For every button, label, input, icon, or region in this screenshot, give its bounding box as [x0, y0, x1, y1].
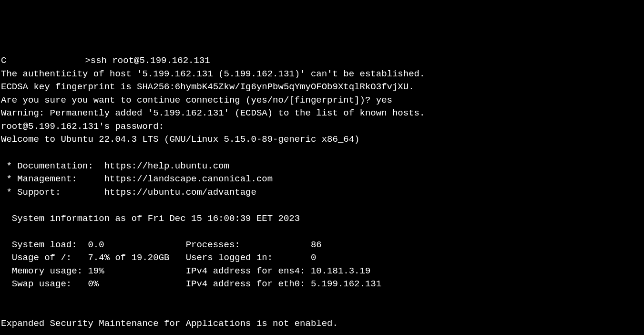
continue-prompt: Are you sure you want to continue connec…: [1, 95, 376, 105]
support-link: * Support: https://ubuntu.com/advantage: [1, 187, 256, 198]
sysinfo-line1: System load: 0.0 Processes: 86: [1, 240, 322, 250]
password-prompt: root@5.199.162.131's password:: [1, 121, 164, 132]
esm-line: Expanded Security Maintenance for Applic…: [1, 318, 338, 329]
fingerprint-line: ECDSA key fingerprint is SHA256:6hymbK45…: [1, 82, 414, 92]
welcome-line: Welcome to Ubuntu 22.04.3 LTS (GNU/Linux…: [1, 134, 360, 145]
sysinfo-line4: Swap usage: 0% IPv4 address for eth0: 5.…: [1, 279, 381, 289]
prompt-prefix: C: [1, 55, 6, 66]
ssh-command: ssh root@5.199.162.131: [91, 55, 210, 66]
warning-line: Warning: Permanently added '5.199.162.13…: [1, 108, 425, 118]
redacted-path: [6, 55, 85, 66]
authenticity-line: The authenticity of host '5.199.162.131 …: [1, 69, 425, 79]
sysinfo-line2: Usage of /: 7.4% of 19.20GB Users logged…: [1, 252, 316, 263]
management-link: * Management: https://landscape.canonica…: [1, 174, 273, 184]
terminal-output[interactable]: C>ssh root@5.199.162.131 The authenticit…: [1, 54, 643, 335]
sysinfo-header: System information as of Fri Dec 15 16:0…: [1, 213, 300, 224]
sysinfo-line3: Memory usage: 19% IPv4 address for ens4:…: [1, 266, 370, 276]
prompt-suffix: >: [85, 55, 90, 66]
documentation-link: * Documentation: https://help.ubuntu.com: [1, 161, 229, 171]
continue-answer: yes: [376, 95, 392, 105]
